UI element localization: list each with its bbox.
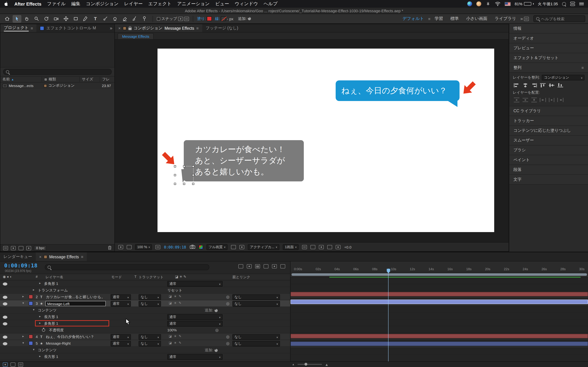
twirl-icon[interactable] <box>39 354 41 358</box>
twirl-icon[interactable] <box>33 308 35 311</box>
layer-switches[interactable]: ◪☀✎ <box>169 341 183 345</box>
panel-tracker[interactable]: トラッカー <box>509 116 588 126</box>
selection-handle[interactable] <box>174 183 176 185</box>
twirl-icon[interactable] <box>39 281 41 285</box>
frame-blend-toggle-icon[interactable] <box>10 362 15 367</box>
new-composition-icon[interactable] <box>18 246 24 250</box>
panel-info[interactable]: 情報 <box>509 24 588 33</box>
panel-cc-libraries[interactable]: CC ライブラリ <box>509 106 588 116</box>
shape-group-name[interactable]: 長方形 1 <box>44 354 58 359</box>
timeline-row-contents2[interactable]: コンテンツ 追加: <box>0 347 290 353</box>
trackmatte-dropdown[interactable]: なし <box>138 301 161 307</box>
panel-content-aware-fill[interactable]: コンテンツに応じた塗りつぶし <box>509 126 588 136</box>
opacity-value[interactable]: 100% <box>167 328 177 332</box>
layer-name-header[interactable]: レイヤー名 <box>45 275 63 280</box>
graph-editor-icon[interactable] <box>280 264 285 268</box>
layer-color-chip[interactable] <box>29 301 33 306</box>
puppet-pin-tool[interactable] <box>140 15 149 23</box>
property-name[interactable]: 不透明度 <box>49 328 64 333</box>
twirl-icon[interactable] <box>22 301 24 305</box>
align-vertical-center-icon[interactable] <box>548 83 555 88</box>
message-bubble-right[interactable]: ねぇ、今日の夕食何がいい？ <box>336 80 459 101</box>
layer-switches[interactable]: ◪☀✎ <box>169 295 183 298</box>
layer-bar-message-left[interactable] <box>291 300 588 304</box>
menu-layer[interactable]: レイヤー <box>124 1 143 7</box>
layer-bar-message-right[interactable] <box>291 342 588 346</box>
track-row[interactable] <box>291 306 588 313</box>
visibility-toggle[interactable] <box>3 342 7 346</box>
parent-dropdown[interactable]: なし <box>232 301 280 307</box>
twirl-icon[interactable] <box>22 334 24 338</box>
menu-window[interactable]: ウィンドウ <box>235 1 258 7</box>
timeline-column-headers[interactable]: ◉ ● ◐ # レイヤー名 モード T トラックマット ◪ ☀ ✎ 親とリンク <box>0 274 290 280</box>
selection-tool[interactable] <box>13 15 21 23</box>
blend-mode-dropdown[interactable]: 通常 <box>167 354 223 360</box>
twirl-icon[interactable] <box>33 288 35 292</box>
timeline-row-polygon1-highlighted[interactable]: 多角形 1 通常 <box>0 320 290 327</box>
resolution-dropdown[interactable]: フル画質 <box>206 244 227 250</box>
notification-list-icon[interactable] <box>579 2 584 5</box>
twirl-icon[interactable] <box>22 341 24 345</box>
time-ruler[interactable]: 0:00s02s04s06s08s10s12s14s16s18s20s22s24… <box>291 261 588 272</box>
workspace-bar-icon[interactable] <box>524 17 529 21</box>
pen-tool[interactable] <box>81 15 90 23</box>
tab-footage[interactable]: フッテージ (なし) <box>202 24 242 32</box>
twirl-icon[interactable] <box>33 348 35 351</box>
panel-smoother[interactable]: スムーザー <box>509 136 588 145</box>
timeline-search[interactable] <box>45 264 209 270</box>
home-button[interactable] <box>3 15 12 23</box>
composition-viewer[interactable]: ねぇ、今日の夕食何がいい？ カツカレーが食べたい！ あと、シーザーサラダが ある… <box>115 40 509 242</box>
work-area-bar[interactable] <box>291 272 588 277</box>
selection-handle[interactable] <box>183 165 185 167</box>
project-list-empty[interactable] <box>0 89 114 244</box>
panel-character[interactable]: 文字 <box>509 175 588 184</box>
blend-mode-dropdown[interactable]: 通常 <box>111 294 131 300</box>
workspace-default[interactable]: デフォルト <box>403 16 424 22</box>
expression-pickwhip-icon[interactable] <box>215 328 219 332</box>
spotlight-icon[interactable] <box>562 2 566 6</box>
app-status-icon[interactable] <box>476 1 481 6</box>
pixel-aspect-icon[interactable] <box>302 245 307 249</box>
distribute-top-icon[interactable] <box>513 98 520 102</box>
interpret-footage-icon[interactable] <box>3 246 8 250</box>
roto-brush-tool[interactable] <box>130 15 139 23</box>
project-search-input[interactable] <box>11 70 109 74</box>
timeline-graph-area[interactable]: 0:00s02s04s06s08s10s12s14s16s18s20s22s24… <box>291 261 588 361</box>
reset-link[interactable]: リセット <box>167 288 182 293</box>
distribute-bottom-icon[interactable] <box>531 98 537 102</box>
twirl-icon[interactable] <box>39 315 41 318</box>
visibility-toggle[interactable] <box>3 322 7 326</box>
align-target-dropdown[interactable]: コンポジション <box>542 75 585 80</box>
tab-project[interactable]: プロジェクト <box>0 24 37 32</box>
camera-dropdown[interactable]: アクティブカ... <box>248 244 279 250</box>
panel-preview[interactable]: プレビュー <box>509 43 588 53</box>
current-timecode[interactable]: 0:00:09:18 <box>4 262 38 269</box>
track-row[interactable] <box>291 342 588 348</box>
panel-audio[interactable]: オーディオ <box>509 33 588 43</box>
trackmatte-dropdown[interactable]: なし <box>138 341 161 346</box>
tab-composition[interactable]: コンポジション Message Effects <box>115 24 202 32</box>
adjust-icon[interactable] <box>26 246 31 250</box>
always-preview-icon[interactable] <box>118 245 123 249</box>
region-of-interest-icon[interactable] <box>231 245 236 249</box>
timeline-row-layer3-selected[interactable]: 3 Message-Left 通常 なし ◪☀✎ なし <box>0 300 290 307</box>
layer-switches[interactable]: ◪☀✎ <box>169 334 183 338</box>
menubar-clock[interactable]: 火 午後1:35 <box>538 1 558 7</box>
layer-name[interactable]: ねぇ、今日の夕食何がいい？ <box>46 334 94 339</box>
panel-paragraph[interactable]: 段落 <box>509 165 588 175</box>
track-row[interactable] <box>291 284 588 291</box>
menu-edit[interactable]: 編集 <box>71 1 80 7</box>
property-group-name[interactable]: トランスフォーム <box>38 288 68 293</box>
viewer-tab[interactable]: Message Effects <box>118 33 154 39</box>
apple-logo-icon[interactable] <box>4 1 9 7</box>
col-fps[interactable]: フレ <box>100 77 114 82</box>
workspace-standard[interactable]: 標準 <box>450 16 459 22</box>
expand-layers-icon[interactable] <box>3 362 8 367</box>
zoom-dropdown[interactable]: 100 % <box>135 244 152 250</box>
col-type[interactable]: 種類 <box>49 77 56 82</box>
snapshot-camera-icon[interactable] <box>190 244 195 249</box>
track-row[interactable] <box>291 326 588 333</box>
work-area-handle[interactable] <box>292 273 587 276</box>
zoom-tool[interactable] <box>32 15 41 23</box>
layer-color-chip[interactable] <box>29 295 33 299</box>
